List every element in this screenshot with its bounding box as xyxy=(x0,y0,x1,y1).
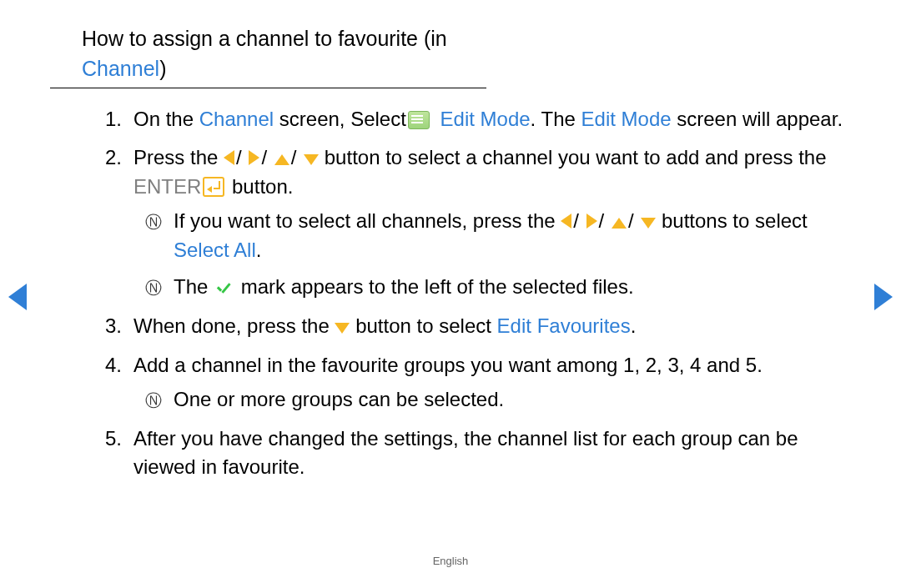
step-number: 5. xyxy=(105,425,122,454)
step-4: 4. Add a channel in the favourite groups… xyxy=(133,351,851,415)
step1-text-c: . The xyxy=(531,108,581,130)
slash: / xyxy=(289,146,299,168)
note: Ⓝ If you want to select all channels, pr… xyxy=(154,207,851,265)
step5-text-a: After you have changed the settings, the… xyxy=(133,427,798,479)
note-text: One or more groups can be selected. xyxy=(174,388,504,410)
arrow-down-icon xyxy=(304,154,319,165)
note: Ⓝ The mark appears to the left of the se… xyxy=(154,273,851,302)
step2-text-c: button. xyxy=(226,175,293,198)
note-marker-icon: Ⓝ xyxy=(145,210,162,234)
slash: / xyxy=(259,146,269,168)
edit-favourites: Edit Favourites xyxy=(497,314,631,337)
step-number: 2. xyxy=(105,143,122,173)
step1-text-a: On the xyxy=(133,108,199,130)
arrow-left-icon xyxy=(561,214,571,229)
step1-text-d: screen will appear. xyxy=(672,108,843,130)
nav-next-icon[interactable] xyxy=(874,284,893,310)
note-marker-icon: Ⓝ xyxy=(145,389,162,413)
step-1: 1. On the Channel screen, Select Edit Mo… xyxy=(133,105,851,134)
step4-text-a: Add a channel in the favourite groups yo… xyxy=(133,354,763,376)
note-text: . xyxy=(256,239,262,261)
step1-channel: Channel xyxy=(199,108,274,130)
arrow-down-icon xyxy=(335,323,350,334)
note-text: mark appears to the left of the selected… xyxy=(235,275,634,298)
step-5: 5. After you have changed the settings, … xyxy=(133,425,851,483)
note-marker-icon: Ⓝ xyxy=(145,276,162,300)
step-2: 2. Press the / / / button to select a ch… xyxy=(133,143,851,302)
step2-notes: Ⓝ If you want to select all channels, pr… xyxy=(133,207,851,302)
heading-suffix: ) xyxy=(159,57,166,80)
note-text: If you want to select all channels, pres… xyxy=(174,209,556,232)
slash: / xyxy=(234,146,244,168)
slash: / xyxy=(597,209,607,232)
enter-icon xyxy=(203,177,224,197)
note-text: buttons to select xyxy=(662,209,808,232)
edit-mode-icon xyxy=(408,111,430,129)
step3-text-a: When done, press the xyxy=(133,314,330,337)
slash: / xyxy=(627,209,636,232)
step2-text-b: button to select a channel you want to a… xyxy=(325,146,827,168)
checkmark-icon xyxy=(217,284,232,294)
step1-text-b: screen, Select xyxy=(274,108,406,130)
step-number: 3. xyxy=(105,312,122,341)
heading-channel: Channel xyxy=(82,57,159,80)
step4-notes: Ⓝ One or more groups can be selected. xyxy=(133,385,851,415)
step3-text-b: button to select xyxy=(355,314,496,337)
arrow-left-icon xyxy=(224,150,234,165)
step1-editmode: Edit Mode xyxy=(435,108,531,130)
arrow-up-icon xyxy=(274,154,289,165)
arrow-right-icon xyxy=(586,214,597,229)
footer-language: English xyxy=(0,554,901,570)
heading-prefix: How to assign a channel to favourite (in xyxy=(82,27,447,50)
enter-word: ENTER xyxy=(133,175,201,198)
arrow-right-icon xyxy=(249,150,259,165)
step3-text-c: . xyxy=(631,314,637,337)
step2-text-a: Press the xyxy=(133,146,218,168)
arrow-down-icon xyxy=(641,218,656,229)
step-number: 4. xyxy=(105,351,122,380)
step1-editmode2: Edit Mode xyxy=(581,108,672,130)
step-number: 1. xyxy=(105,105,122,134)
note: Ⓝ One or more groups can be selected. xyxy=(154,385,851,415)
page-title: How to assign a channel to favourite (in… xyxy=(50,23,486,88)
arrow-up-icon xyxy=(612,218,627,229)
note-text: The xyxy=(174,275,214,298)
step-3: 3. When done, press the button to select… xyxy=(133,312,851,341)
steps-list: 1. On the Channel screen, Select Edit Mo… xyxy=(50,105,851,483)
slash: / xyxy=(571,209,581,232)
nav-prev-icon[interactable] xyxy=(8,284,27,310)
select-all-link: Select All xyxy=(174,239,256,261)
